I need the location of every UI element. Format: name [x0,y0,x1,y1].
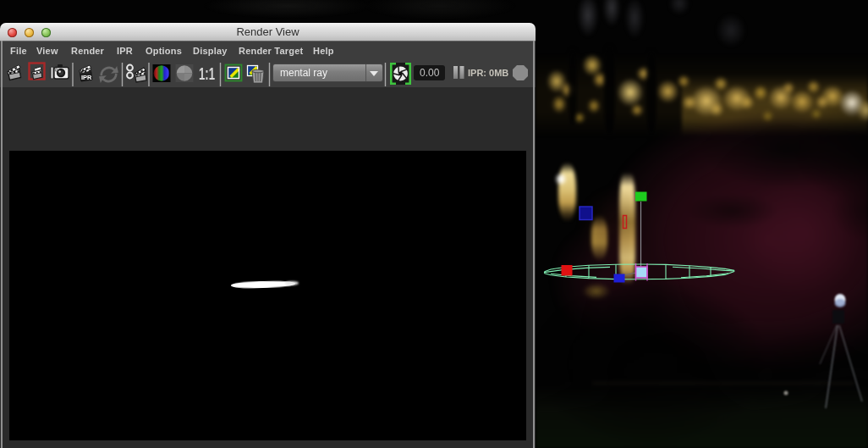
svg-text:1:1: 1:1 [199,64,215,83]
svg-text:IPR: IPR [81,74,92,81]
